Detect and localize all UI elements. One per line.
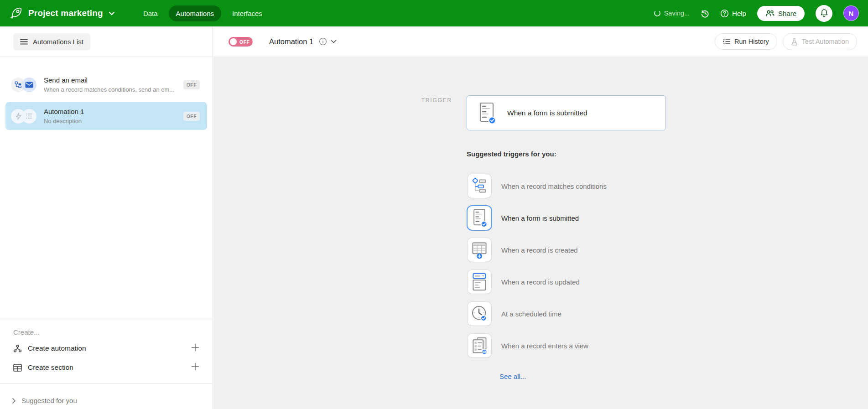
chevron-down-icon[interactable] — [331, 40, 337, 43]
clock-icon — [468, 302, 491, 326]
status-badge: OFF — [183, 80, 200, 89]
automation-header: OFF Automation 1 Run History Test Automa… — [213, 26, 868, 57]
flask-icon — [791, 38, 798, 46]
automation-item-title: Automation 1 — [44, 108, 179, 115]
form-icon — [477, 101, 496, 125]
help-icon — [720, 9, 729, 18]
toggle-state-label: OFF — [239, 39, 250, 45]
saving-spinner-icon — [654, 10, 660, 16]
topbar: Project marketing Data Automations Inter… — [0, 0, 868, 26]
tab-interfaces[interactable]: Interfaces — [225, 5, 270, 21]
automation-item-description: When a record matches conditions, send a… — [44, 86, 179, 93]
automations-sidebar: Automations List Send an ema — [0, 26, 213, 409]
share-label: Share — [778, 10, 796, 17]
trigger-option-record-matches-conditions[interactable]: When a record matches conditions — [468, 170, 607, 202]
suggested-for-you-toggle[interactable]: Suggested for you — [0, 389, 213, 404]
automations-list-label: Automations List — [33, 38, 83, 46]
trigger-option-record-updated[interactable]: When a record is updated — [468, 266, 607, 298]
notifications-button[interactable] — [816, 5, 832, 22]
list-icon — [22, 109, 36, 124]
automation-item-text: Automation 1 No description — [44, 108, 179, 124]
create-automation-button[interactable]: Create automation — [0, 339, 213, 358]
saving-status-label: Saving... — [664, 10, 690, 17]
table-icon — [13, 364, 22, 372]
automation-item-automation-1[interactable]: Automation 1 No description OFF — [5, 102, 207, 130]
rocket-icon — [9, 6, 23, 20]
trigger-option-label: When a record matches conditions — [501, 182, 607, 190]
topbar-tabs: Data Automations Interfaces — [136, 5, 270, 21]
automation-item-description: No description — [44, 118, 179, 124]
trigger-option-label: When a record is created — [501, 246, 578, 254]
plus-icon[interactable] — [191, 343, 199, 353]
share-button[interactable]: Share — [757, 6, 805, 21]
topbar-actions: Saving... Help Share — [654, 5, 859, 22]
trigger-card-title: When a form is submitted — [507, 109, 587, 117]
toggle-knob — [230, 38, 237, 45]
automation-item-icons — [11, 78, 37, 92]
trigger-option-label: At a scheduled time — [501, 310, 561, 318]
help-button[interactable]: Help — [720, 9, 746, 18]
automations-list-button[interactable]: Automations List — [13, 33, 90, 50]
create-section-label: Create section — [28, 363, 73, 372]
email-icon — [22, 78, 36, 92]
create-automation-label: Create automation — [28, 344, 86, 352]
see-all-link[interactable]: See all... — [499, 373, 526, 380]
automation-item-send-an-email[interactable]: Send an email When a record matches cond… — [5, 71, 207, 98]
create-section-button[interactable]: Create section — [0, 358, 213, 377]
trigger-option-label: When a record enters a view — [501, 342, 588, 350]
record-created-icon — [468, 238, 491, 262]
chevron-down-icon — [109, 11, 115, 16]
trigger-option-form-submitted[interactable]: When a form is submitted — [468, 202, 607, 234]
run-history-button[interactable]: Run History — [715, 33, 777, 50]
automation-canvas: TRIGGER When a form is submitted Suggest… — [213, 57, 868, 409]
status-badge: OFF — [183, 112, 200, 121]
automation-item-title: Send an email — [44, 76, 179, 84]
info-icon[interactable] — [319, 37, 327, 46]
page-title: Project marketing — [28, 8, 103, 18]
bell-icon — [820, 9, 828, 18]
header-actions: Run History Test Automation — [715, 33, 857, 50]
base-switcher[interactable]: Project marketing — [9, 6, 115, 20]
sidebar-bottom: Create... Create automation Create secti… — [0, 319, 213, 404]
workflow-icon — [13, 344, 22, 353]
automations-list: Send an email When a record matches cond… — [0, 57, 213, 130]
trigger-option-record-created[interactable]: When a record is created — [468, 234, 607, 266]
suggested-triggers-heading: Suggested triggers for you: — [467, 150, 556, 158]
automation-title[interactable]: Automation 1 — [269, 37, 313, 46]
record-view-icon — [468, 334, 491, 357]
chevron-right-icon — [12, 398, 16, 404]
test-automation-button[interactable]: Test Automation — [783, 33, 857, 50]
suggested-for-you-label: Suggested for you — [21, 397, 77, 404]
trigger-card[interactable]: When a form is submitted — [467, 95, 666, 130]
checklist-icon — [723, 38, 730, 45]
hamburger-icon — [20, 39, 28, 45]
avatar[interactable]: N — [843, 5, 859, 21]
saving-status: Saving... — [654, 10, 690, 17]
trigger-option-scheduled-time[interactable]: At a scheduled time — [468, 298, 607, 330]
test-automation-label: Test Automation — [802, 38, 849, 45]
trigger-option-label: When a record is updated — [501, 278, 580, 286]
trigger-option-record-enters-view[interactable]: When a record enters a view — [468, 330, 607, 362]
run-history-label: Run History — [734, 38, 769, 45]
sidebar-header: Automations List — [0, 26, 213, 57]
automation-item-text: Send an email When a record matches cond… — [44, 76, 179, 93]
record-updated-icon — [468, 270, 491, 294]
trigger-section-label: TRIGGER — [387, 97, 452, 104]
automation-item-icons — [11, 109, 37, 124]
automation-main-panel: OFF Automation 1 Run History Test Automa… — [213, 26, 868, 409]
suggested-triggers-list: When a record matches conditions — [468, 170, 607, 362]
history-icon[interactable] — [701, 9, 709, 18]
help-label: Help — [732, 10, 746, 17]
divider — [0, 383, 213, 384]
people-icon — [765, 10, 774, 17]
create-label: Create... — [0, 319, 213, 339]
plus-icon[interactable] — [191, 362, 199, 373]
trigger-option-label: When a form is submitted — [501, 214, 579, 222]
automation-enabled-toggle[interactable]: OFF — [229, 37, 253, 47]
conditions-icon — [468, 174, 491, 198]
tab-automations[interactable]: Automations — [169, 5, 221, 21]
tab-data[interactable]: Data — [136, 5, 165, 21]
form-icon — [468, 206, 491, 230]
